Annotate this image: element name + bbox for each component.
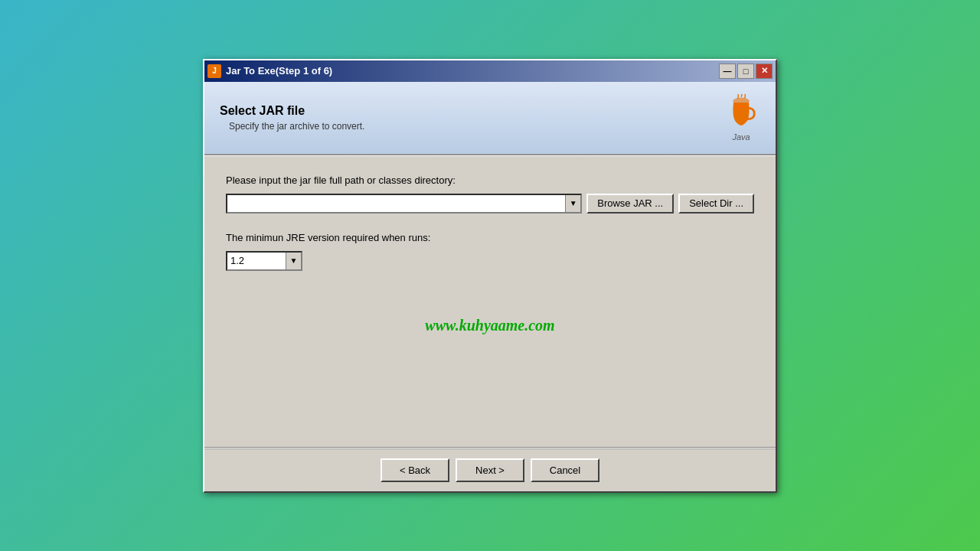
cancel-button[interactable]: Cancel [531, 458, 599, 482]
window-title: Jar To Exe(Step 1 of 6) [226, 65, 332, 77]
dialog-content: Please input the jar file full path or c… [204, 156, 776, 447]
jre-label: The minimun JRE version required when ru… [226, 232, 754, 243]
jre-version-select[interactable]: 1.2 1.3 1.4 1.5 1.6 1.7 1.8 [227, 253, 286, 268]
java-logo-text: Java [732, 132, 750, 142]
select-dir-button[interactable]: Select Dir ... [678, 194, 754, 214]
minimize-button[interactable]: — [719, 64, 736, 79]
title-bar: J Jar To Exe(Step 1 of 6) — □ ✕ [204, 60, 776, 82]
path-dropdown-button[interactable]: ▼ [565, 195, 580, 212]
jre-select-container: 1.2 1.3 1.4 1.5 1.6 1.7 1.8 ▼ [226, 251, 302, 271]
dialog-footer: < Back Next > Cancel [204, 448, 776, 491]
path-label: Please input the jar file full path or c… [226, 174, 754, 186]
app-icon-label: J [212, 67, 217, 75]
java-logo-icon [722, 94, 760, 132]
java-logo: Java [722, 94, 760, 142]
header-title: Select JAR file [220, 104, 364, 118]
browse-jar-button[interactable]: Browse JAR ... [586, 194, 674, 214]
jar-path-input[interactable] [227, 195, 565, 212]
path-input-row: ▼ Browse JAR ... Select Dir ... [226, 194, 754, 214]
close-icon: ✕ [761, 66, 768, 76]
dialog-header: Select JAR file Specify the jar archive … [204, 82, 776, 155]
title-bar-left: J Jar To Exe(Step 1 of 6) [207, 64, 332, 78]
minimize-icon: — [724, 67, 732, 76]
next-button[interactable]: Next > [456, 458, 524, 482]
maximize-icon: □ [743, 67, 749, 76]
app-icon: J [207, 64, 221, 78]
main-window: J Jar To Exe(Step 1 of 6) — □ ✕ Select J… [203, 59, 777, 493]
header-subtitle: Specify the jar archive to convert. [229, 121, 364, 132]
path-input-container: ▼ [226, 194, 582, 214]
watermark: www.kuhyaame.com [226, 317, 754, 334]
jre-dropdown-button[interactable]: ▼ [286, 253, 301, 269]
title-bar-buttons: — □ ✕ [719, 64, 773, 79]
close-button[interactable]: ✕ [756, 64, 773, 79]
maximize-button[interactable]: □ [737, 64, 754, 79]
header-text: Select JAR file Specify the jar archive … [220, 104, 364, 132]
back-button[interactable]: < Back [381, 458, 449, 482]
